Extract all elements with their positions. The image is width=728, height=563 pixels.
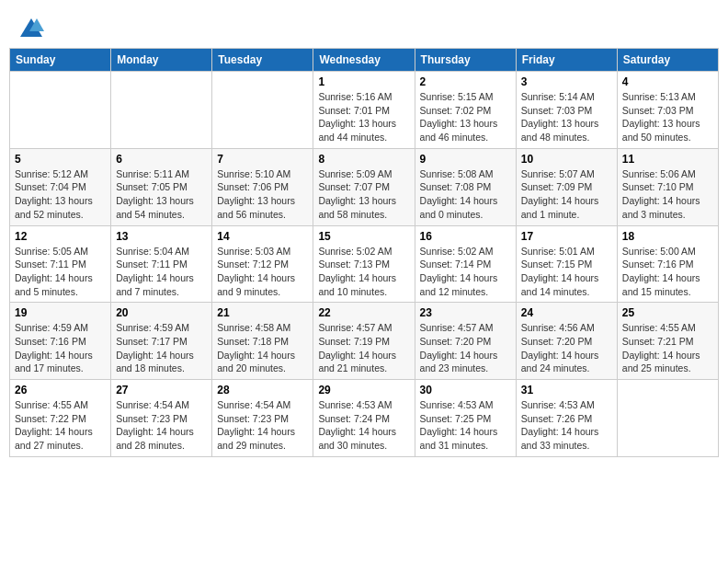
day-number: 15 <box>318 230 409 243</box>
calendar-cell: 29Sunrise: 4:53 AMSunset: 7:24 PMDayligh… <box>313 380 415 457</box>
calendar-cell: 3Sunrise: 5:14 AMSunset: 7:03 PMDaylight… <box>516 72 617 149</box>
calendar-week-1: 1Sunrise: 5:16 AMSunset: 7:01 PMDaylight… <box>10 72 719 149</box>
day-number: 28 <box>217 384 308 396</box>
weekday-header-tuesday: Tuesday <box>212 49 313 72</box>
day-info: Sunrise: 4:53 AMSunset: 7:26 PMDaylight:… <box>521 398 612 453</box>
calendar-cell: 4Sunrise: 5:13 AMSunset: 7:03 PMDaylight… <box>617 72 718 149</box>
day-number: 22 <box>318 306 409 319</box>
day-number: 24 <box>521 306 612 319</box>
day-number: 7 <box>217 153 308 166</box>
calendar-cell: 9Sunrise: 5:08 AMSunset: 7:08 PMDaylight… <box>415 148 516 225</box>
calendar-cell: 2Sunrise: 5:15 AMSunset: 7:02 PMDaylight… <box>415 72 516 149</box>
day-info: Sunrise: 4:59 AMSunset: 7:17 PMDaylight:… <box>116 321 207 375</box>
calendar-cell: 1Sunrise: 5:16 AMSunset: 7:01 PMDaylight… <box>313 72 415 149</box>
weekday-header-thursday: Thursday <box>415 49 516 72</box>
day-number: 20 <box>116 306 207 319</box>
calendar-body: 1Sunrise: 5:16 AMSunset: 7:01 PMDaylight… <box>10 72 719 457</box>
day-info: Sunrise: 4:56 AMSunset: 7:20 PMDaylight:… <box>521 321 612 375</box>
page-header <box>9 9 719 48</box>
calendar-cell: 19Sunrise: 4:59 AMSunset: 7:16 PMDayligh… <box>10 303 111 380</box>
day-number: 6 <box>116 153 207 166</box>
calendar-cell: 28Sunrise: 4:54 AMSunset: 7:23 PMDayligh… <box>212 380 313 457</box>
calendar-cell: 23Sunrise: 4:57 AMSunset: 7:20 PMDayligh… <box>415 303 516 380</box>
calendar-cell <box>10 72 111 149</box>
day-info: Sunrise: 5:14 AMSunset: 7:03 PMDaylight:… <box>521 90 612 144</box>
day-info: Sunrise: 5:00 AMSunset: 7:16 PMDaylight:… <box>622 245 713 299</box>
day-info: Sunrise: 5:08 AMSunset: 7:08 PMDaylight:… <box>420 167 511 222</box>
calendar-cell: 15Sunrise: 5:02 AMSunset: 7:13 PMDayligh… <box>313 225 415 303</box>
calendar-cell: 12Sunrise: 5:05 AMSunset: 7:11 PMDayligh… <box>10 225 111 303</box>
day-info: Sunrise: 4:54 AMSunset: 7:23 PMDaylight:… <box>116 398 207 453</box>
day-info: Sunrise: 5:01 AMSunset: 7:15 PMDaylight:… <box>521 245 612 299</box>
day-number: 5 <box>15 153 106 166</box>
day-number: 19 <box>15 306 106 319</box>
calendar-cell: 10Sunrise: 5:07 AMSunset: 7:09 PMDayligh… <box>516 148 617 225</box>
day-info: Sunrise: 5:03 AMSunset: 7:12 PMDaylight:… <box>217 245 308 299</box>
day-number: 9 <box>420 153 511 166</box>
calendar-week-2: 5Sunrise: 5:12 AMSunset: 7:04 PMDaylight… <box>10 148 719 225</box>
calendar-cell: 20Sunrise: 4:59 AMSunset: 7:17 PMDayligh… <box>111 303 212 380</box>
day-number: 16 <box>420 230 511 243</box>
day-info: Sunrise: 5:02 AMSunset: 7:14 PMDaylight:… <box>420 245 511 299</box>
day-info: Sunrise: 4:53 AMSunset: 7:24 PMDaylight:… <box>318 398 409 453</box>
day-info: Sunrise: 4:57 AMSunset: 7:19 PMDaylight:… <box>318 321 409 375</box>
calendar-cell: 11Sunrise: 5:06 AMSunset: 7:10 PMDayligh… <box>617 148 718 225</box>
day-number: 4 <box>622 75 713 88</box>
day-info: Sunrise: 4:54 AMSunset: 7:23 PMDaylight:… <box>217 398 308 453</box>
weekday-header-wednesday: Wednesday <box>313 49 415 72</box>
day-number: 2 <box>420 75 511 88</box>
day-info: Sunrise: 5:02 AMSunset: 7:13 PMDaylight:… <box>318 245 409 299</box>
weekday-header-monday: Monday <box>111 49 212 72</box>
day-info: Sunrise: 5:04 AMSunset: 7:11 PMDaylight:… <box>116 245 207 299</box>
calendar-week-3: 12Sunrise: 5:05 AMSunset: 7:11 PMDayligh… <box>10 225 719 303</box>
day-number: 10 <box>521 153 612 166</box>
calendar-week-5: 26Sunrise: 4:55 AMSunset: 7:22 PMDayligh… <box>10 380 719 457</box>
calendar-week-4: 19Sunrise: 4:59 AMSunset: 7:16 PMDayligh… <box>10 303 719 380</box>
day-number: 12 <box>15 230 106 243</box>
day-info: Sunrise: 4:59 AMSunset: 7:16 PMDaylight:… <box>15 321 106 375</box>
day-number: 25 <box>622 306 713 319</box>
calendar-cell: 17Sunrise: 5:01 AMSunset: 7:15 PMDayligh… <box>516 225 617 303</box>
day-info: Sunrise: 5:09 AMSunset: 7:07 PMDaylight:… <box>318 167 409 222</box>
day-number: 13 <box>116 230 207 243</box>
day-number: 31 <box>521 384 612 396</box>
calendar-cell: 16Sunrise: 5:02 AMSunset: 7:14 PMDayligh… <box>415 225 516 303</box>
day-info: Sunrise: 4:55 AMSunset: 7:21 PMDaylight:… <box>622 321 713 375</box>
weekday-header-saturday: Saturday <box>617 49 718 72</box>
day-info: Sunrise: 4:55 AMSunset: 7:22 PMDaylight:… <box>15 398 106 453</box>
calendar-cell: 8Sunrise: 5:09 AMSunset: 7:07 PMDaylight… <box>313 148 415 225</box>
calendar-cell: 30Sunrise: 4:53 AMSunset: 7:25 PMDayligh… <box>415 380 516 457</box>
day-number: 21 <box>217 306 308 319</box>
day-info: Sunrise: 4:57 AMSunset: 7:20 PMDaylight:… <box>420 321 511 375</box>
day-info: Sunrise: 5:13 AMSunset: 7:03 PMDaylight:… <box>622 90 713 144</box>
calendar-cell: 13Sunrise: 5:04 AMSunset: 7:11 PMDayligh… <box>111 225 212 303</box>
calendar-cell: 14Sunrise: 5:03 AMSunset: 7:12 PMDayligh… <box>212 225 313 303</box>
calendar-cell: 27Sunrise: 4:54 AMSunset: 7:23 PMDayligh… <box>111 380 212 457</box>
day-info: Sunrise: 5:12 AMSunset: 7:04 PMDaylight:… <box>15 167 106 222</box>
day-number: 3 <box>521 75 612 88</box>
day-number: 11 <box>622 153 713 166</box>
day-number: 14 <box>217 230 308 243</box>
day-info: Sunrise: 5:06 AMSunset: 7:10 PMDaylight:… <box>622 167 713 222</box>
day-number: 18 <box>622 230 713 243</box>
calendar-cell <box>617 380 718 457</box>
day-info: Sunrise: 5:16 AMSunset: 7:01 PMDaylight:… <box>318 90 409 144</box>
calendar-table: SundayMondayTuesdayWednesdayThursdayFrid… <box>9 48 719 457</box>
day-number: 1 <box>318 75 409 88</box>
day-info: Sunrise: 5:11 AMSunset: 7:05 PMDaylight:… <box>116 167 207 222</box>
calendar-cell <box>111 72 212 149</box>
day-info: Sunrise: 4:53 AMSunset: 7:25 PMDaylight:… <box>420 398 511 453</box>
calendar-cell: 24Sunrise: 4:56 AMSunset: 7:20 PMDayligh… <box>516 303 617 380</box>
logo <box>18 17 48 42</box>
day-info: Sunrise: 5:07 AMSunset: 7:09 PMDaylight:… <box>521 167 612 222</box>
calendar-cell: 25Sunrise: 4:55 AMSunset: 7:21 PMDayligh… <box>617 303 718 380</box>
weekday-header-friday: Friday <box>516 49 617 72</box>
day-info: Sunrise: 5:15 AMSunset: 7:02 PMDaylight:… <box>420 90 511 144</box>
calendar-cell: 18Sunrise: 5:00 AMSunset: 7:16 PMDayligh… <box>617 225 718 303</box>
weekday-header-sunday: Sunday <box>10 49 111 72</box>
calendar-cell: 7Sunrise: 5:10 AMSunset: 7:06 PMDaylight… <box>212 148 313 225</box>
day-number: 8 <box>318 153 409 166</box>
day-number: 26 <box>15 384 106 396</box>
calendar-cell <box>212 72 313 149</box>
day-info: Sunrise: 5:10 AMSunset: 7:06 PMDaylight:… <box>217 167 308 222</box>
